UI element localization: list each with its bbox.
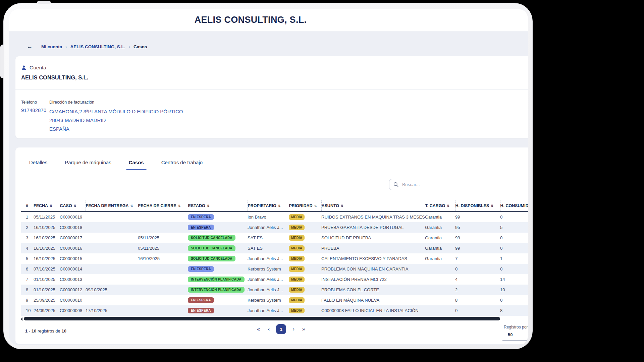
table-row[interactable]: 216/10/2025C00000018EN ESPERAJonathan Ae…: [21, 222, 528, 233]
table-row[interactable]: 416/10/2025C0000001605/11/2025SOLICITUD …: [21, 243, 528, 253]
column-header-hcons[interactable]: H. CONSUMIDAS⇅: [500, 200, 528, 212]
billing-line: 28043 MADRID MADRID: [49, 116, 183, 125]
cell-estado: INTERVENCIÓN PLANIFICADA: [188, 285, 248, 295]
cell-caso: C00000010: [60, 295, 86, 305]
column-header-asunto[interactable]: ASUNTO⇅: [321, 200, 425, 212]
sort-icon: ⇅: [278, 204, 281, 207]
record-range: 1 - 10: [25, 328, 36, 334]
column-header-estado[interactable]: ESTADO⇅: [188, 200, 248, 212]
cell-prioridad: MEDIA: [289, 285, 321, 295]
cell-asunto: CALENTAMIENTO EXCESIVO Y PARADAS: [321, 253, 425, 264]
cell-fecha: 05/11/2025: [34, 212, 60, 222]
cell-cierre: [138, 222, 188, 233]
column-header-tcargo[interactable]: T. CARGO⇅: [425, 200, 455, 212]
tab-parque-de-m-quinas[interactable]: Parque de máquinas: [65, 160, 111, 165]
status-badge: SOLICITUD CANCELADA: [188, 235, 235, 241]
cell-entrega: [86, 295, 138, 305]
status-badge: EN ESPERA: [188, 214, 214, 220]
cell-hcons: 14: [500, 274, 528, 285]
cases-table-wrap: #FECHA⇅CASO⇅FECHA DE ENTREGA⇅FECHA DE CI…: [21, 200, 528, 316]
cell-estado: EN ESPERA: [188, 222, 248, 233]
column-header-entrega[interactable]: FECHA DE ENTREGA⇅: [86, 200, 138, 212]
breadcrumb-item[interactable]: Casos: [133, 44, 147, 49]
cell-tcargo: [425, 305, 455, 316]
scroll-left-icon[interactable]: [19, 317, 22, 321]
column-header-propietario[interactable]: PROPIETARIO⇅: [248, 200, 289, 212]
current-page-button[interactable]: 1: [276, 324, 286, 334]
billing-address-label: Dirección de facturación: [49, 100, 94, 105]
table-row[interactable]: 701/10/2025C00000013INTERVENCIÓN PLANIFI…: [21, 274, 528, 285]
cell-propietario: Jonathan Aelis J...: [248, 274, 289, 285]
cell-propietario: Jonathan Aelis J...: [248, 285, 289, 295]
cell-estado: INTERVENCIÓN PLANIFICADA: [188, 274, 248, 285]
column-header-cierre[interactable]: FECHA DE CIERRE⇅: [138, 200, 188, 212]
cell-fecha: 25/09/2025: [34, 295, 60, 305]
cell-tcargo: Garantia: [425, 222, 455, 233]
search-input[interactable]: [401, 182, 528, 187]
tab-centros-de-trabajo[interactable]: Centros de trabajo: [161, 160, 203, 165]
table-row[interactable]: 516/10/2025C0000001516/10/2025SOLICITUD …: [21, 253, 528, 264]
priority-badge: MEDIA: [289, 277, 305, 282]
cell-fecha: 01/10/2025: [34, 285, 60, 295]
column-header-caso[interactable]: CASO⇅: [60, 200, 86, 212]
breadcrumb-item[interactable]: Mi cuenta: [41, 44, 62, 49]
column-header-fecha[interactable]: FECHA⇅: [34, 200, 60, 212]
divider: [15, 89, 528, 90]
status-badge: SOLICITUD CANCELADA: [188, 245, 235, 251]
tabs: DetallesParque de máquinasCasosCentros d…: [29, 160, 203, 165]
cell-prioridad: MEDIA: [289, 295, 321, 305]
table-row[interactable]: 316/10/2025C0000001705/11/2025SOLICITUD …: [21, 233, 528, 243]
cell-entrega: 17/10/2025: [86, 305, 138, 316]
app-screen: AELIS CONSULTING, S.L. ← Mi cuenta›AELIS…: [9, 9, 528, 345]
tab-detalles[interactable]: Detalles: [29, 160, 47, 165]
cell-asunto: RUIDOS EXTRAÑOS EN MAQUINA TRAS 3 MESES: [321, 212, 425, 222]
prev-page-button[interactable]: ‹: [266, 325, 271, 333]
table-header-row: #FECHA⇅CASO⇅FECHA DE ENTREGA⇅FECHA DE CI…: [21, 200, 528, 212]
back-arrow-icon[interactable]: ←: [27, 43, 33, 50]
table-row[interactable]: 925/09/2025C00000010EN ESPERAKerberos Sy…: [21, 295, 528, 305]
table-row[interactable]: 1024/09/2025C0000000817/10/2025EN ESPERA…: [21, 305, 528, 316]
cell-caso: C00000017: [60, 233, 86, 243]
per-page-select[interactable]: 50: [502, 332, 528, 341]
cell-fecha: 16/10/2025: [34, 243, 60, 253]
page-title: AELIS CONSULTING, S.L.: [195, 15, 307, 25]
breadcrumb-separator: ›: [129, 44, 130, 49]
last-page-button[interactable]: »: [301, 325, 307, 333]
pager: « ‹ 1 › »: [256, 324, 307, 334]
cell-caso: C00000016: [60, 243, 86, 253]
cell-entrega: 09/10/2025: [86, 285, 138, 295]
account-card: Cuenta AELIS CONSULTING, S.L. Teléfono 9…: [15, 56, 528, 138]
cell-hcons: 0: [500, 233, 528, 243]
cell-asunto: INSTALACIÓN PRENSA MCI 722: [321, 274, 425, 285]
cell-cierre: 16/10/2025: [138, 253, 188, 264]
column-header-prioridad[interactable]: PRIORIDAD⇅: [289, 200, 321, 212]
status-badge: SOLICITUD CANCELADA: [188, 256, 235, 261]
cell-hdisp: 0: [455, 264, 500, 274]
breadcrumb-items: Mi cuenta›AELIS CONSULTING, S.L.›Casos: [41, 44, 147, 49]
table-row[interactable]: 607/10/2025C00000014EN ESPERAKerberos Sy…: [21, 264, 528, 274]
table-row[interactable]: 105/11/2025C00000019EN ESPERAIon BravoME…: [21, 212, 528, 222]
cell-fecha: 16/10/2025: [34, 222, 60, 233]
tab-casos[interactable]: Casos: [129, 160, 144, 165]
status-badge: EN ESPERA: [188, 308, 214, 313]
cell-hcons: 1: [500, 253, 528, 264]
cell-propietario: Jonathan Aelis J...: [248, 253, 289, 264]
cell-n: 9: [21, 295, 34, 305]
tablet-side-button: [0, 45, 4, 78]
cell-asunto: PROBLEMA CON EL CORTE: [321, 285, 425, 295]
cell-hcons: 5: [500, 222, 528, 233]
cell-cierre: [138, 305, 188, 316]
first-page-button[interactable]: «: [256, 325, 261, 333]
table-row[interactable]: 801/10/2025C0000001209/10/2025INTERVENCI…: [21, 285, 528, 295]
breadcrumb-item[interactable]: AELIS CONSULTING, S.L.: [70, 44, 125, 49]
column-header-hdisp[interactable]: H. DISPONIBLES⇅: [455, 200, 500, 212]
cell-n: 1: [21, 212, 34, 222]
cell-fecha: 16/10/2025: [34, 253, 60, 264]
cell-n: 3: [21, 233, 34, 243]
priority-badge: MEDIA: [289, 266, 305, 272]
cell-cierre: [138, 264, 188, 274]
next-page-button[interactable]: ›: [291, 325, 296, 333]
horizontal-scrollbar[interactable]: [24, 317, 500, 320]
phone-value: 917482870: [21, 107, 46, 113]
cell-cierre: [138, 295, 188, 305]
